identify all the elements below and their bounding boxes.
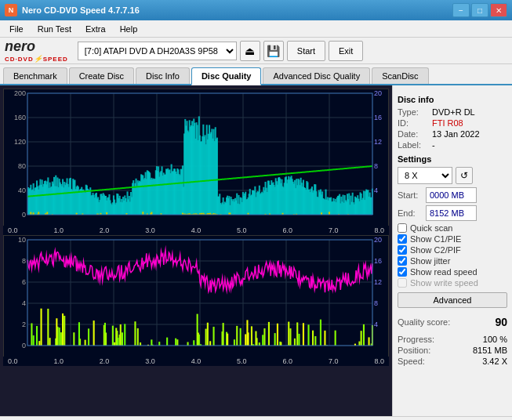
speed-selector[interactable]: 8 X xyxy=(398,167,452,184)
quick-scan-checkbox[interactable] xyxy=(398,223,407,233)
minimize-button[interactable]: − xyxy=(452,3,470,17)
disc-id-row: ID: FTI R08 xyxy=(398,118,507,128)
close-button[interactable]: ✕ xyxy=(490,3,507,17)
show-c1pie-checkbox[interactable] xyxy=(398,234,407,244)
position-row: Position: 8151 MB xyxy=(398,346,507,355)
end-mb-row: End: xyxy=(398,205,507,221)
show-c2pif-row: Show C2/PIF xyxy=(398,245,507,255)
menu-bar: File Run Test Extra Help xyxy=(0,20,512,38)
top-chart xyxy=(3,89,389,226)
bottom-chart xyxy=(3,235,389,357)
progress-section: Progress: 100 % Position: 8151 MB Speed:… xyxy=(398,335,507,366)
right-panel: Disc info Type: DVD+R DL ID: FTI R08 Dat… xyxy=(392,85,512,416)
settings-title: Settings xyxy=(398,154,507,164)
settings-refresh-icon[interactable]: ↺ xyxy=(456,167,473,184)
position-value: 8151 MB xyxy=(473,346,507,355)
end-mb-input[interactable] xyxy=(426,205,477,221)
disc-id-value: FTI R08 xyxy=(432,118,463,128)
quick-scan-label: Quick scan xyxy=(410,223,452,233)
exit-button[interactable]: Exit xyxy=(329,41,363,61)
show-read-speed-checkbox[interactable] xyxy=(398,267,407,277)
disc-label-value: - xyxy=(432,140,435,150)
start-mb-row: Start: xyxy=(398,187,507,203)
stats-bar: PI Errors Average: 16.15 Maximum: 111 To… xyxy=(0,416,512,420)
chart2-x-labels: 0.01.02.03.04.05.06.07.08.0 xyxy=(3,357,389,366)
show-jitter-row: Show jitter xyxy=(398,256,507,266)
menu-run-test[interactable]: Run Test xyxy=(31,23,78,35)
progress-value: 100 % xyxy=(483,335,507,344)
show-jitter-label: Show jitter xyxy=(410,256,450,266)
menu-file[interactable]: File xyxy=(3,23,30,35)
advanced-button[interactable]: Advanced xyxy=(398,292,507,308)
main-content: 0.01.02.03.04.05.06.07.08.0 0.01.02.03.0… xyxy=(0,85,512,416)
tab-disc-quality[interactable]: Disc Quality xyxy=(191,67,262,85)
disc-date-value: 13 Jan 2022 xyxy=(432,129,480,139)
progress-label: Progress: xyxy=(398,335,434,344)
quality-score-row: Quality score: 90 xyxy=(398,316,507,328)
disc-label-label: Label: xyxy=(398,140,429,150)
disc-date-row: Date: 13 Jan 2022 xyxy=(398,129,507,139)
app-icon: N xyxy=(5,4,17,16)
show-jitter-checkbox[interactable] xyxy=(398,256,407,266)
show-write-speed-label: Show write speed xyxy=(410,278,478,288)
maximize-button[interactable]: □ xyxy=(471,3,488,17)
start-mb-label: Start: xyxy=(398,190,423,200)
disc-date-label: Date: xyxy=(398,129,429,139)
tab-advanced-disc-quality[interactable]: Advanced Disc Quality xyxy=(263,67,370,84)
progress-row: Progress: 100 % xyxy=(398,335,507,344)
title-bar: N Nero CD-DVD Speed 4.7.7.16 − □ ✕ xyxy=(0,0,512,20)
disc-label-row: Label: - xyxy=(398,140,507,150)
tab-bar: Benchmark Create Disc Disc Info Disc Qua… xyxy=(0,64,512,85)
charts-area: 0.01.02.03.04.05.06.07.08.0 0.01.02.03.0… xyxy=(0,85,392,416)
nero-logo-text: nero xyxy=(5,38,68,55)
menu-extra[interactable]: Extra xyxy=(79,23,112,35)
show-write-speed-checkbox xyxy=(398,278,407,288)
speed-setting-row: 8 X ↺ xyxy=(398,167,507,184)
tab-benchmark[interactable]: Benchmark xyxy=(3,67,67,84)
logo: nero CD·DVD⚡SPEED xyxy=(5,38,68,63)
end-mb-label: End: xyxy=(398,208,423,218)
speed-row: Speed: 3.42 X xyxy=(398,357,507,366)
nero-sub-text: CD·DVD⚡SPEED xyxy=(5,55,68,63)
quality-score-label: Quality score: xyxy=(398,317,450,327)
tab-create-disc[interactable]: Create Disc xyxy=(69,67,134,84)
disc-info-title: Disc info xyxy=(398,95,507,104)
quality-score-value: 90 xyxy=(495,316,507,328)
speed-value: 3.42 X xyxy=(482,357,507,366)
start-mb-input[interactable] xyxy=(426,187,477,203)
disc-type-value: DVD+R DL xyxy=(432,107,475,117)
disc-type-label: Type: xyxy=(398,107,429,117)
show-write-speed-row: Show write speed xyxy=(398,278,507,288)
toolbar: nero CD·DVD⚡SPEED [7:0] ATAPI DVD A DH20… xyxy=(0,38,512,64)
show-c2pif-label: Show C2/PIF xyxy=(410,245,461,255)
start-button[interactable]: Start xyxy=(287,41,325,61)
show-c2pif-checkbox[interactable] xyxy=(398,245,407,255)
speed-label: Speed: xyxy=(398,357,425,366)
tab-disc-info[interactable]: Disc Info xyxy=(136,67,190,84)
show-read-speed-row: Show read speed xyxy=(398,267,507,277)
tab-scan-disc[interactable]: ScanDisc xyxy=(372,67,428,84)
drive-selector[interactable]: [7:0] ATAPI DVD A DH20A3S 9P58 xyxy=(78,42,237,60)
app-title: Nero CD-DVD Speed 4.7.7.16 xyxy=(22,5,140,15)
show-read-speed-label: Show read speed xyxy=(410,267,478,277)
disc-id-label: ID: xyxy=(398,118,429,128)
chart1-x-labels: 0.01.02.03.04.05.06.07.08.0 xyxy=(3,226,389,235)
position-label: Position: xyxy=(398,346,430,355)
save-icon-btn[interactable]: 💾 xyxy=(263,41,284,61)
window-controls: − □ ✕ xyxy=(452,3,507,17)
eject-icon-btn[interactable]: ⏏ xyxy=(240,41,260,61)
show-c1pie-row: Show C1/PIE xyxy=(398,234,507,244)
quick-scan-row: Quick scan xyxy=(398,223,507,233)
show-c1pie-label: Show C1/PIE xyxy=(410,234,461,244)
menu-help[interactable]: Help xyxy=(114,23,144,35)
disc-type-row: Type: DVD+R DL xyxy=(398,107,507,117)
